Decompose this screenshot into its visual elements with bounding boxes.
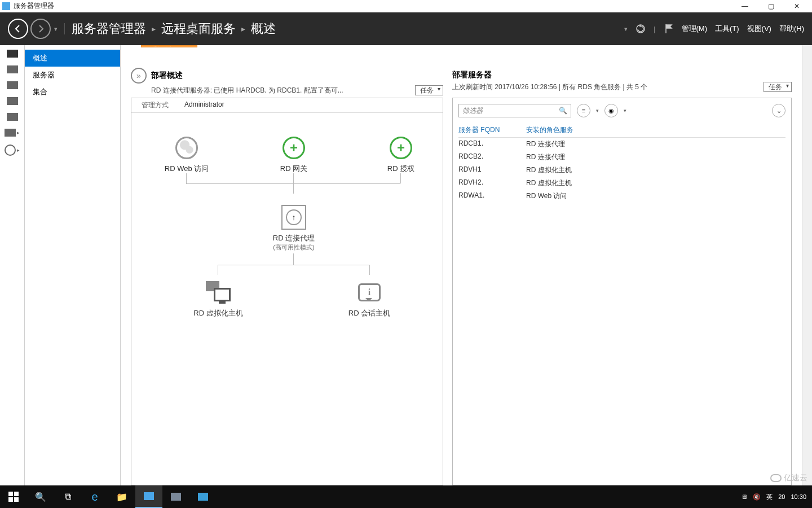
table-row[interactable]: RDVH2.RD 虚拟化主机 <box>458 177 785 190</box>
explorer-button[interactable]: 📁 <box>108 485 135 508</box>
taskbar-app-2[interactable] <box>189 485 217 508</box>
cell-role: RD 连接代理 <box>526 152 565 162</box>
node-label: RD 授权 <box>361 164 440 174</box>
servers-tasks-button[interactable]: 任务 <box>764 82 792 92</box>
table-row[interactable]: RDWA1.RD Web 访问 <box>458 190 785 203</box>
connector-line <box>293 253 294 265</box>
cell-fqdn: RDCB1. <box>458 139 526 149</box>
connector-line <box>369 265 370 275</box>
svg-rect-1 <box>8 492 13 496</box>
cell-role: RD 虚拟化主机 <box>526 165 572 175</box>
svg-rect-4 <box>14 497 19 502</box>
node-sublabel: (高可用性模式) <box>254 243 333 252</box>
start-button[interactable] <box>0 485 27 508</box>
refresh-icon[interactable] <box>636 24 646 34</box>
col-fqdn[interactable]: 服务器 FQDN <box>458 125 526 135</box>
node-label: RD 连接代理 <box>254 233 333 243</box>
menu-help[interactable]: 帮助(H) <box>779 24 804 34</box>
ie-button[interactable]: e <box>81 485 108 508</box>
filter-input[interactable]: 筛选器 🔍 <box>458 104 571 117</box>
crumb-rds[interactable]: 远程桌面服务 <box>161 20 236 37</box>
flag-icon[interactable] <box>664 24 674 34</box>
table-row[interactable]: RDCB1.RD 连接代理 <box>458 138 785 151</box>
save-query-button[interactable]: ◉ <box>604 104 618 117</box>
minimize-button[interactable]: — <box>732 0 758 12</box>
table-row[interactable]: RDVH1RD 虚拟化主机 <box>458 164 785 177</box>
nav-forward-button[interactable] <box>30 19 51 39</box>
task-view-button[interactable]: ⧉ <box>54 485 81 508</box>
window-title: 服务器管理器 <box>14 1 732 11</box>
servers-box: 筛选器 🔍 ≡▾ ◉▾ ⌄ 服务器 FQDN 安装的角色服务 RDCB1.RD … <box>452 98 792 485</box>
info-banner[interactable]: 了解详细信息 <box>141 45 197 47</box>
collapse-icon[interactable]: » <box>131 68 147 84</box>
chevron-right-icon: ▸ <box>241 24 245 33</box>
spacer <box>452 45 792 70</box>
deployment-tabs: 管理方式 Administrator <box>131 98 443 113</box>
nav-dropdown-icon[interactable]: ▾ <box>54 25 58 33</box>
svg-rect-2 <box>14 492 19 496</box>
watermark: 亿速云 <box>770 473 807 483</box>
nav-item-overview[interactable]: 概述 <box>25 50 120 67</box>
table-row[interactable]: RDCB2.RD 连接代理 <box>458 151 785 164</box>
system-tray: 🖥 🔇 英 20 10:30 <box>741 493 812 501</box>
rail-local-server-icon[interactable] <box>7 65 18 73</box>
cell-fqdn: RDVH2. <box>458 178 526 188</box>
server-manager-taskbar-button[interactable] <box>135 485 162 508</box>
rail-dashboard-icon[interactable] <box>7 50 18 58</box>
menu-view[interactable]: 视图(V) <box>747 24 771 34</box>
maximize-button[interactable]: ▢ <box>758 0 784 12</box>
nav-item-servers[interactable]: 服务器 <box>25 67 120 84</box>
menu-manage[interactable]: 管理(M) <box>682 24 708 34</box>
tab-administrator: Administrator <box>179 98 230 112</box>
taskbar-clock[interactable]: 10:30 <box>791 493 806 500</box>
crumb-server-manager[interactable]: 服务器管理器 <box>72 20 146 37</box>
node-rd-virtualization-host[interactable]: RD 虚拟化主机 <box>179 280 258 318</box>
deployment-subline: RD 连接代理服务器: 已使用 HARDCB. 为 RDCB1. 配置了高可..… <box>151 86 443 95</box>
refresh-dropdown-icon[interactable]: ▾ <box>624 25 628 33</box>
search-icon[interactable]: 🔍 <box>559 107 567 115</box>
cell-role: RD Web 访问 <box>526 191 567 201</box>
network-icon[interactable]: 🖥 <box>741 493 747 500</box>
rail-iis-icon[interactable] <box>7 113 18 121</box>
servers-subline: 上次刷新时间 2017/10/26 10:28:56 | 所有 RDS 角色服务… <box>452 82 792 92</box>
tab-manage-as[interactable]: 管理方式 <box>131 98 179 112</box>
rail-item-icon[interactable] <box>5 129 16 137</box>
nav-pane: 概述 服务器 集合 <box>25 45 121 485</box>
servers-header: 部署服务器 <box>452 70 792 80</box>
rail-all-servers-icon[interactable] <box>7 81 18 89</box>
node-rd-gateway[interactable]: + RD 网关 <box>254 135 333 174</box>
close-button[interactable]: ✕ <box>784 0 810 12</box>
taskbar-app-1[interactable] <box>162 485 189 508</box>
node-label: RD 会话主机 <box>330 308 409 318</box>
rail-file-services-icon[interactable] <box>7 97 18 105</box>
ime-indicator[interactable]: 英 <box>766 493 773 501</box>
deployment-column: 了解详细信息 » 部署概述 RD 连接代理服务器: 已使用 HARDCB. 为 … <box>121 45 448 485</box>
view-options-button[interactable]: ≡ <box>577 104 590 117</box>
deployment-sub-text: RD 连接代理服务器: 已使用 HARDCB. 为 RDCB1. 配置了高可..… <box>151 86 343 95</box>
servers-toolbar: 筛选器 🔍 ≡▾ ◉▾ ⌄ <box>458 104 785 117</box>
windows-taskbar: 🔍 ⧉ e 📁 🖥 🔇 英 20 10:30 <box>0 485 812 508</box>
crumb-overview[interactable]: 概述 <box>251 20 276 37</box>
col-role[interactable]: 安装的角色服务 <box>526 125 573 135</box>
node-rd-licensing[interactable]: + RD 授权 <box>361 135 440 174</box>
body: ▸ ▸ 概述 服务器 集合 了解详细信息 » 部署概述 RD 连接代理服务器: … <box>0 45 812 485</box>
broker-icon: ↑ <box>281 205 306 230</box>
cell-role: RD 虚拟化主机 <box>526 178 572 188</box>
vertical-scrollbar[interactable] <box>802 45 812 485</box>
deployment-tasks-button[interactable]: 任务 <box>415 85 443 95</box>
connector-line <box>400 173 401 183</box>
volume-icon[interactable]: 🔇 <box>753 493 761 501</box>
node-rd-web-access[interactable]: RD Web 访问 <box>147 135 226 174</box>
search-button[interactable]: 🔍 <box>27 485 54 508</box>
rail-rds-icon[interactable] <box>5 144 16 156</box>
nav-back-button[interactable] <box>8 19 28 39</box>
filter-placeholder: 筛选器 <box>462 106 483 116</box>
expand-button[interactable]: ⌄ <box>772 104 785 117</box>
nav-item-collections[interactable]: 集合 <box>25 84 120 100</box>
menu-tools[interactable]: 工具(T) <box>715 24 739 34</box>
servers-sub-text: 上次刷新时间 2017/10/26 10:28:56 | 所有 RDS 角色服务… <box>452 82 647 92</box>
node-rd-session-host[interactable]: i RD 会话主机 <box>330 280 409 318</box>
cell-fqdn: RDCB2. <box>458 152 526 162</box>
node-rd-connection-broker[interactable]: ↑ RD 连接代理 (高可用性模式) <box>254 205 333 252</box>
connector-line <box>293 173 294 194</box>
